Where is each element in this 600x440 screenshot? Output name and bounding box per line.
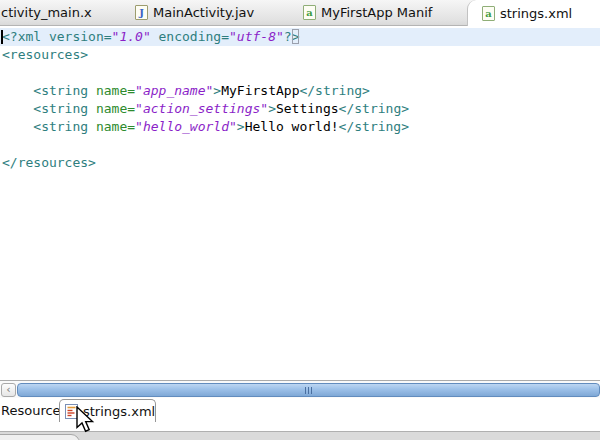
scrollbar-thumb[interactable] <box>17 383 600 397</box>
tab-strings-xml[interactable]: a strings.xml <box>467 0 600 26</box>
editor-tab-bar: ctivity_main.x J MainActivity.jav a MyFi… <box>0 0 600 26</box>
bottom-strip <box>0 431 600 440</box>
scrollbar-grip-icon <box>305 387 306 394</box>
java-file-icon: J <box>135 5 148 20</box>
tab-strings-xml-source[interactable]: strings.xml <box>59 399 156 422</box>
code-line[interactable]: <?xml version="1.0" encoding="utf-8"?> <box>0 28 600 46</box>
xml-editor[interactable]: <?xml version="1.0" encoding="utf-8"?><r… <box>0 26 600 380</box>
tab-mainactivity[interactable]: J MainActivity.jav <box>135 0 254 25</box>
tab-label: MyFirstApp Manif <box>321 5 432 20</box>
code-line[interactable]: </resources> <box>0 154 600 172</box>
code-line[interactable] <box>0 64 600 82</box>
tab-manifest[interactable]: a MyFirstApp Manif <box>303 0 432 25</box>
code-line[interactable]: <resources> <box>0 46 600 64</box>
scroll-left-button[interactable]: ‹ <box>1 383 16 397</box>
android-xml-file-icon: a <box>303 5 316 20</box>
code-line[interactable]: <string name="app_name">MyFirstApp</stri… <box>0 82 600 100</box>
tab-label: ctivity_main.x <box>1 5 92 20</box>
android-xml-file-icon: a <box>482 6 495 21</box>
text-caret <box>1 30 3 44</box>
tab-activity-main[interactable]: ctivity_main.x <box>1 0 92 25</box>
tab-label: strings.xml <box>83 404 155 419</box>
tab-label: MainActivity.jav <box>153 5 254 20</box>
tab-label: strings.xml <box>500 6 572 21</box>
editor-page-tabs: Resources strings.xml <box>0 398 600 428</box>
panel-corner <box>0 434 80 440</box>
code-line[interactable]: <string name="hello_world">Hello world!<… <box>0 118 600 136</box>
code-lines: <?xml version="1.0" encoding="utf-8"?><r… <box>0 28 600 172</box>
code-line[interactable]: <string name="action_settings">Settings<… <box>0 100 600 118</box>
strings-file-icon <box>65 404 78 419</box>
horizontal-scrollbar[interactable]: ‹ <box>0 380 600 398</box>
code-line[interactable] <box>0 136 600 154</box>
tab-label: Resources <box>1 403 67 418</box>
